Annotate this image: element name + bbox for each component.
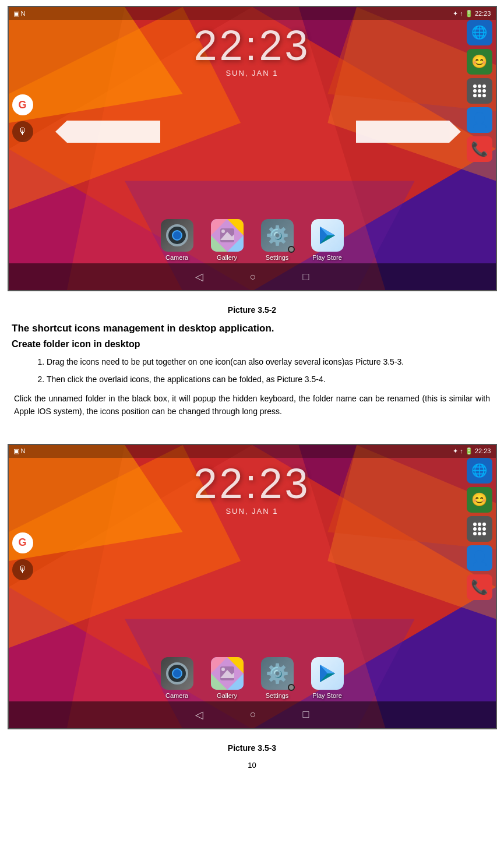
arrow-right-shape (356, 121, 449, 143)
phone-icon: 📞 (471, 141, 488, 157)
smiley-icon-2: 😊 (471, 492, 487, 507)
nav-back-button-2[interactable]: ◁ (195, 708, 203, 721)
grid-dots-icon (473, 84, 486, 97)
app-settings-label-2: Settings (266, 692, 289, 699)
mic-icon[interactable]: 🎙 (12, 121, 33, 142)
clock-time-2: 22:23 (193, 463, 310, 504)
app-gallery-icon[interactable] (211, 219, 244, 252)
clock-area-1: 22:23 SUN, JAN 1 (9, 24, 496, 77)
android-screen-1: ▣ N ✦ ↑ 🔋 22:23 22:23 SUN, JAN 1 🌐 😊 (8, 6, 497, 291)
nav-bar-2: ◁ ○ □ (9, 701, 496, 728)
app-playstore-icon[interactable] (311, 219, 344, 252)
nav-recent-button-2[interactable]: □ (303, 708, 309, 721)
svg-point-17 (221, 230, 225, 233)
dock-phone-icon-2[interactable]: 📞 (467, 574, 492, 600)
camera-lens-inner-2 (172, 668, 182, 679)
nav-recent-button[interactable]: □ (303, 271, 309, 283)
dock-grid-icon-2[interactable] (467, 516, 492, 542)
gallery-svg (211, 219, 244, 252)
phone-icon-2: 📞 (471, 579, 488, 595)
microphone-icon-2: 🎙 (18, 564, 27, 575)
app-gallery-icon-2[interactable] (211, 657, 244, 690)
heading-main: The shortcut icons management in desktop… (12, 323, 492, 334)
app-settings-label: Settings (266, 254, 289, 261)
app-camera-wrap-2[interactable]: Camera (161, 657, 193, 699)
app-camera-label-2: Camera (165, 692, 188, 699)
app-camera-icon-2[interactable] (161, 657, 193, 690)
smiley-icon: 😊 (471, 54, 487, 69)
app-gallery-wrap[interactable]: Gallery (211, 219, 244, 261)
grid-dots-icon-2 (473, 523, 486, 535)
swipe-arrows (67, 121, 449, 143)
step-1: Drag the icons need to be put together o… (47, 355, 492, 368)
dock-globe-icon-2[interactable]: 🌐 (467, 458, 492, 484)
status-right-2: ✦ ↑ 🔋 22:23 (453, 447, 491, 455)
status-left-1: ▣ N (13, 10, 26, 17)
app-settings-wrap-2[interactable]: ⚙️ Settings (261, 657, 294, 699)
dock-grid-icon[interactable] (467, 78, 492, 104)
page-number: 10 (12, 761, 492, 770)
dock-globe-icon[interactable]: 🌐 (467, 20, 492, 45)
app-playstore-label-2: Play Store (312, 692, 342, 699)
globe-icon: 🌐 (471, 25, 487, 40)
app-playstore-icon-2[interactable] (311, 657, 344, 690)
status-icons-right: ✦ ↑ 🔋 22:23 (453, 10, 491, 17)
settings-gear-icon: ⚙️ (266, 224, 289, 246)
status-icons-left-2: ▣ N (13, 447, 26, 455)
heading-sub: Create folder icon in desktop (12, 339, 492, 350)
dock-smiley-icon-2[interactable]: 😊 (467, 487, 492, 513)
dock-person-icon-2[interactable]: 👤 (467, 545, 492, 571)
left-dock-2: G 🎙 (12, 532, 33, 580)
app-playstore-wrap-2[interactable]: Play Store (311, 657, 344, 699)
nav-home-button[interactable]: ○ (250, 271, 256, 283)
nav-home-button-2[interactable]: ○ (250, 708, 256, 721)
page-content-2: Picture 3.5-3 10 (0, 735, 504, 786)
bottom-apps-1: Camera Gallery ⚙️ (9, 219, 496, 261)
status-left-2: ▣ N (13, 447, 26, 455)
clock-date-1: SUN, JAN 1 (225, 69, 278, 77)
clock-area-2: 22:23 SUN, JAN 1 (9, 463, 496, 516)
app-gallery-wrap-2[interactable]: Gallery (211, 657, 244, 699)
settings-dot-indicator-2 (288, 684, 295, 691)
camera-lens-inner (172, 230, 182, 241)
person-icon-2: 👤 (471, 550, 488, 566)
status-icons-left: ▣ N (13, 10, 26, 17)
camera-lens (166, 224, 188, 246)
android-screen-2: ▣ N ✦ ↑ 🔋 22:23 22:23 SUN, JAN 1 🌐 😊 👤 (8, 444, 497, 729)
status-bar-1: ▣ N ✦ ↑ 🔋 22:23 (9, 7, 496, 20)
right-dock-1: 🌐 😊 👤 📞 (467, 20, 492, 162)
dock-smiley-icon[interactable]: 😊 (467, 49, 492, 75)
google-icon-2[interactable]: G (12, 532, 33, 553)
app-settings-wrap[interactable]: ⚙️ Settings (261, 219, 294, 261)
google-icon[interactable]: G (12, 94, 33, 115)
svg-point-40 (221, 668, 225, 671)
page-content: Picture 3.5-2 The shortcut icons managem… (0, 297, 504, 438)
dock-phone-icon[interactable]: 📞 (467, 136, 492, 162)
camera-lens-2 (166, 662, 188, 684)
globe-icon-2: 🌐 (471, 463, 487, 478)
app-camera-icon[interactable] (161, 219, 193, 252)
gallery-svg-2 (211, 657, 244, 690)
bottom-apps-2: Camera Gallery ⚙️ (9, 657, 496, 699)
dock-person-icon[interactable]: 👤 (467, 107, 492, 133)
app-playstore-label: Play Store (312, 254, 342, 261)
arrow-left (67, 121, 160, 143)
status-right-1: ✦ ↑ 🔋 22:23 (453, 10, 491, 17)
playstore-svg (316, 224, 339, 246)
microphone-icon: 🎙 (18, 126, 27, 137)
caption-1: Picture 3.5-2 (12, 305, 492, 315)
app-settings-icon[interactable]: ⚙️ (261, 219, 294, 252)
app-camera-wrap[interactable]: Camera (161, 219, 193, 261)
google-g-icon: G (18, 99, 26, 111)
status-bar-2: ▣ N ✦ ↑ 🔋 22:23 (9, 445, 496, 458)
app-playstore-wrap[interactable]: Play Store (311, 219, 344, 261)
steps-list: Drag the icons need to be put together o… (47, 355, 492, 386)
clock-date-2: SUN, JAN 1 (225, 507, 278, 516)
mic-icon-2[interactable]: 🎙 (12, 559, 33, 580)
app-gallery-label-2: Gallery (217, 692, 237, 699)
playstore-svg-2 (316, 662, 339, 684)
nav-back-button[interactable]: ◁ (195, 270, 203, 283)
status-icons-right-2: ✦ ↑ 🔋 22:23 (453, 447, 491, 455)
app-settings-icon-2[interactable]: ⚙️ (261, 657, 294, 690)
settings-gear-icon-2: ⚙️ (266, 662, 289, 684)
